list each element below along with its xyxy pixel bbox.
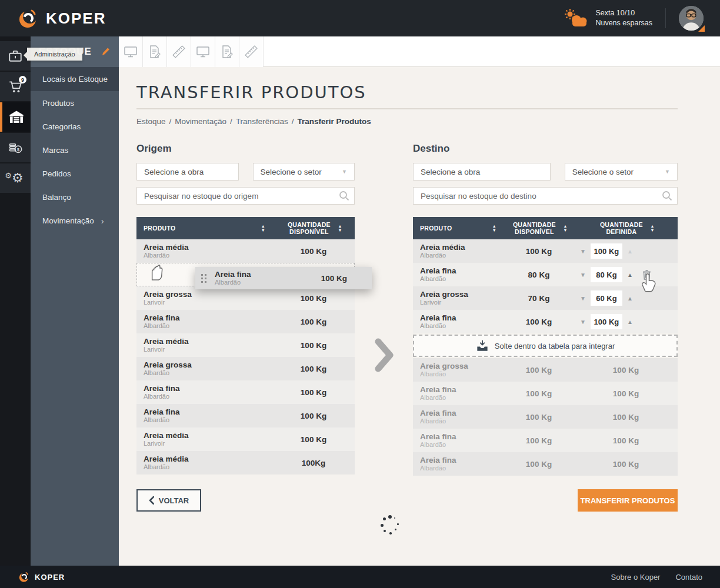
destino-search-input[interactable]	[413, 187, 678, 205]
table-row[interactable]: Areia finaAlbardão 100 Kg 100 Kg	[413, 429, 678, 452]
avatar-corner-indicator	[698, 25, 705, 32]
table-row[interactable]: Areia finaAlbardão 100 Kg 100 Kg	[413, 405, 678, 429]
toolbar-document-edit-button-2[interactable]	[215, 36, 239, 67]
toolbar-monitor-button-2[interactable]	[191, 36, 215, 67]
panel-destino: Destino Selecione a obra Selecione o set…	[413, 143, 678, 476]
transfer-products-button[interactable]: TRANSFERIR PRODUTOS	[578, 489, 678, 512]
drag-grip-icon	[201, 274, 206, 283]
brand-logo: KOPER	[16, 6, 106, 30]
sort-icon[interactable]: ▲▼	[492, 224, 496, 232]
rail-item-financeiro[interactable]: $	[0, 133, 31, 162]
sort-icon[interactable]: ▲▼	[261, 224, 265, 232]
table-row[interactable]: Areia grossaLarivoir 100 Kg	[136, 286, 355, 310]
destino-table: PRODUTO▲▼ QUANTIDADE DISPONÍVEL▲▼ QUANTI…	[413, 217, 678, 476]
quantity-increase-button[interactable]: ▲	[627, 295, 633, 302]
quantity-input[interactable]	[591, 243, 622, 259]
sun-cloud-icon	[562, 8, 589, 28]
icon-rail: 9	[0, 36, 31, 566]
chevron-down-icon: ▼	[665, 169, 670, 175]
panel-origem: Origem Selecione a obra Selecione o seto…	[136, 143, 355, 476]
ruler-icon	[172, 45, 186, 59]
breadcrumb: Estoque / Movimentação / Transferências …	[136, 117, 678, 126]
sidebar-item-categorias[interactable]: Categorias	[31, 115, 119, 138]
loading-spinner	[379, 515, 401, 536]
monitor-icon	[124, 45, 138, 58]
toolbar-ruler-button-2[interactable]	[239, 36, 264, 67]
rail-item-configuracoes[interactable]: ⚙⚙	[0, 163, 31, 193]
quantity-decrease-button[interactable]: ▼	[580, 248, 586, 255]
quantity-increase-button[interactable]: ▲	[627, 248, 633, 255]
destino-obra-select[interactable]: Selecione a obra	[413, 163, 551, 181]
weather-date: Sexta 10/10	[595, 8, 652, 18]
table-row[interactable]: Areia grossaAlbardão 100 Kg 100 Kg	[413, 358, 678, 382]
quantity-increase-button[interactable]: ▲	[627, 272, 633, 278]
ruler-icon	[244, 45, 258, 59]
origem-search-input[interactable]	[136, 187, 355, 205]
footer: KOPER Sobre o Koper Contato	[0, 566, 720, 588]
table-row[interactable]: Areia médiaLarivoir 100 Kg	[136, 427, 355, 451]
briefcase-icon	[8, 48, 23, 64]
table-row[interactable]: Areia finaAlbardão 100 Kg 100 Kg	[413, 452, 678, 476]
table-row[interactable]: Areia finaAlbardão 100 Kg	[136, 310, 355, 333]
svg-text:$: $	[16, 147, 19, 152]
quantity-input[interactable]	[591, 267, 622, 282]
title-divider	[136, 108, 678, 109]
table-row[interactable]: Areia grossaAlbardão 100 Kg	[136, 357, 355, 380]
table-row[interactable]: Areia finaAlbardão 100 Kg	[136, 404, 355, 427]
sort-icon[interactable]: ▲▼	[338, 224, 342, 232]
footer-logo: KOPER	[18, 570, 65, 583]
origem-obra-select[interactable]: Selecione a obra	[136, 163, 239, 181]
quantity-decrease-button[interactable]: ▼	[580, 272, 586, 278]
destino-table-header: PRODUTO▲▼ QUANTIDADE DISPONÍVEL▲▼ QUANTI…	[413, 217, 678, 239]
table-row[interactable]: Areia finaAlbardão 80 Kg ▼ ▲	[413, 263, 678, 286]
breadcrumb-estoque[interactable]: Estoque	[136, 117, 166, 126]
dragged-row[interactable]: Areia finaAlbardão 100 Kg	[195, 267, 372, 289]
quantity-input[interactable]	[591, 290, 622, 306]
table-row[interactable]: Areia médiaAlbardão 100 Kg ▼ ▲	[413, 239, 678, 263]
breadcrumb-current: Transferir Produtos	[297, 117, 371, 126]
destino-setor-select[interactable]: Selecione o setor▼	[565, 163, 678, 181]
pencil-icon[interactable]	[100, 46, 111, 57]
rail-item-estoque[interactable]	[0, 102, 31, 132]
sidebar-item-marcas[interactable]: Marcas	[31, 138, 119, 162]
toolbar-monitor-button[interactable]	[119, 36, 143, 67]
chevron-right-icon	[374, 337, 394, 373]
sort-icon[interactable]: ▲▼	[563, 224, 567, 232]
table-row[interactable]: Areia finaAlbardão 100 Kg	[136, 380, 355, 404]
user-avatar[interactable]	[679, 6, 704, 31]
grab-hand-cursor-icon	[146, 259, 169, 284]
search-icon	[338, 190, 350, 202]
quantity-increase-button[interactable]: ▲	[627, 319, 633, 325]
toolbar-document-edit-button[interactable]	[143, 36, 167, 67]
page-title: TRANSFERIR PRODUTOS	[136, 82, 678, 102]
quantity-decrease-button[interactable]: ▼	[580, 319, 586, 325]
table-row[interactable]: Areia médiaAlbardão 100Kg	[136, 451, 355, 475]
table-row[interactable]: Areia finaAlbardão 100 Kg ▼ ▲	[413, 310, 678, 333]
sidebar-item-locais-do-estoque[interactable]: Locais do Estoque	[31, 67, 119, 91]
weather-condition: Nuvens esparsas	[595, 18, 652, 28]
sidebar-item-balanco[interactable]: Balanço	[31, 185, 119, 209]
chevron-right-icon: ›	[101, 216, 104, 226]
table-row[interactable]: Areia finaAlbardão 100 Kg 100 Kg	[413, 382, 678, 405]
sort-icon[interactable]: ▲▼	[650, 224, 654, 232]
sidebar-item-movimentacao[interactable]: Movimentação›	[31, 209, 119, 232]
footer-link-sobre[interactable]: Sobre o Koper	[611, 573, 661, 582]
breadcrumb-transferencias[interactable]: Transferências	[236, 117, 288, 126]
quantity-decrease-button[interactable]: ▼	[580, 295, 586, 302]
sidebar-item-pedidos[interactable]: Pedidos	[31, 162, 119, 185]
tooltip-administracao: Administração	[27, 48, 82, 61]
toolbar-ruler-button[interactable]	[167, 36, 191, 67]
breadcrumb-movimentacao[interactable]: Movimentação	[175, 117, 226, 126]
origem-setor-select[interactable]: Selecione o setor▼	[253, 163, 355, 181]
chevron-down-icon: ▼	[342, 169, 347, 175]
rail-item-pedidos[interactable]: 9	[0, 72, 31, 101]
quantity-input[interactable]	[591, 314, 622, 329]
actions-row: VOLTAR TRANSFERIR PRODUTOS	[136, 489, 678, 512]
origem-table-header: PRODUTO▲▼ QUANTIDADE DISPONÍVEL▲▼	[136, 217, 355, 239]
back-button[interactable]: VOLTAR	[136, 489, 201, 512]
sidebar-item-produtos[interactable]: Produtos	[31, 91, 119, 115]
drop-zone[interactable]: Solte dentro da tabela para integrar	[413, 335, 678, 357]
pointer-hand-cursor-icon	[638, 270, 658, 293]
table-row[interactable]: Areia médiaLarivoir 100 Kg	[136, 333, 355, 357]
footer-link-contato[interactable]: Contato	[675, 573, 702, 582]
